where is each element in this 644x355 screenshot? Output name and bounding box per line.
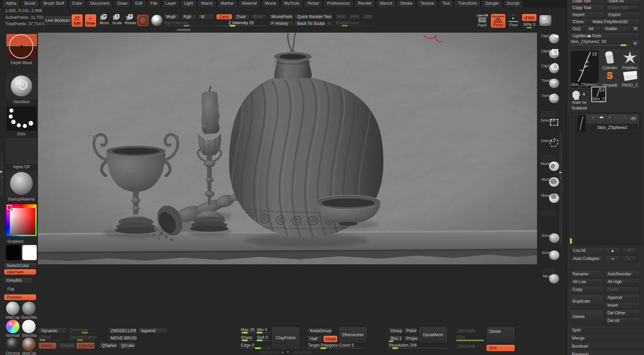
zcut-button[interactable]: Zcut: [251, 14, 267, 19]
shelf-item-clipcircle[interactable]: ClipCircl: [539, 64, 557, 68]
menu-item[interactable]: Render: [355, 1, 375, 7]
shelf-empty-slot[interactable]: [541, 268, 555, 274]
subtool-up-button[interactable]: ▲: [605, 247, 620, 254]
alpha-off-thumbnail[interactable]: [6, 138, 38, 165]
bpr-button[interactable]: BPR: [539, 15, 552, 26]
keepgroups-button[interactable]: KeepGroups: [307, 328, 332, 334]
list-all-button[interactable]: List All: [571, 247, 603, 254]
shelf-empty-slot[interactable]: [541, 155, 555, 161]
current-material-preview[interactable]: [151, 14, 163, 27]
menu-item[interactable]: Preferences: [324, 1, 353, 7]
menu-item[interactable]: Document: [87, 1, 112, 7]
menu-item[interactable]: Brush: [21, 1, 39, 7]
sharp-slider[interactable]: Sharp: [240, 336, 255, 342]
startup-material-thumbnail[interactable]: [6, 170, 38, 197]
movieprefs-button[interactable]: MoviePrefs: [269, 14, 293, 19]
subtool-branch-arrow-button[interactable]: ↳: [622, 255, 637, 262]
menu-item[interactable]: Draw: [114, 1, 130, 7]
menu-item[interactable]: Zscript: [504, 1, 523, 7]
quick-render-test-button[interactable]: Quick Render Test: [294, 14, 332, 19]
switch-color-button[interactable]: SwitchColor: [4, 263, 36, 268]
subtool-scrollbar[interactable]: [570, 113, 572, 244]
delete-button[interactable]: Delete: [570, 310, 603, 324]
uv-icon[interactable]: ◐: [609, 115, 611, 120]
divider-down-icon[interactable]: ▼: [286, 350, 289, 354]
menu-item[interactable]: Light: [181, 1, 196, 7]
auto-collapse-button[interactable]: Auto Collapse: [571, 255, 603, 262]
edge-slider[interactable]: Edge 0: [240, 343, 270, 349]
subtool-down-button[interactable]: ▼: [622, 247, 637, 254]
menu-item[interactable]: Stencil: [377, 1, 395, 7]
menu-item[interactable]: Alpha: [3, 1, 19, 7]
line-fill-button[interactable]: Line Fill PolyF: [475, 14, 489, 28]
smt-button[interactable]: Smt: [486, 345, 515, 351]
m-button[interactable]: M: [198, 14, 214, 19]
all-low-button[interactable]: All Low: [570, 278, 603, 285]
qgrid-slider[interactable]: QGrid: [39, 335, 64, 341]
tool-thumbnail-pm3d[interactable]: PM3D_C: [620, 70, 640, 88]
menu-item[interactable]: Zplugin: [482, 1, 502, 7]
preview-button[interactable]: Preview: [4, 294, 36, 300]
local-symmetry-button[interactable]: ↺xyz: [522, 14, 537, 21]
gradient-label[interactable]: Gradient: [7, 239, 28, 244]
divider-open-icon[interactable]: ▶: [0, 170, 3, 173]
tool-thumbnail-active[interactable]: 13 Skin_ZSphere2: [571, 51, 599, 88]
matcap-brown-thumbnail[interactable]: [22, 338, 36, 351]
paste-tool-button[interactable]: Paste Tool: [606, 5, 640, 10]
left-divider-handle[interactable]: [0, 153, 3, 196]
min-angle-slider[interactable]: Min 0: [256, 328, 270, 334]
coverage-slider[interactable]: Coverage: [69, 328, 94, 334]
shelf-item-trimlasso[interactable]: ✂ TrimLas: [539, 94, 557, 98]
basic-material-thumbnail[interactable]: [22, 302, 36, 315]
all-high-button[interactable]: All High: [605, 278, 640, 285]
tool-thumbnail-simplebrush[interactable]: S SimpleB: [600, 70, 620, 88]
shelf-item-masklasso[interactable]: MaskLas: [539, 162, 557, 166]
standard-brush-thumbnail[interactable]: [6, 73, 38, 99]
copy-subtool-button[interactable]: Copy: [570, 286, 603, 293]
radial-count-slider[interactable]: RadialCount: [335, 21, 373, 27]
half-button[interactable]: Half: [307, 336, 322, 342]
rgb-intensity-slider[interactable]: Rgb Intensity: [163, 21, 213, 27]
blur-slider-thumb[interactable]: [388, 340, 394, 342]
depth-mask-alpha-thumbnail[interactable]: [6, 33, 38, 60]
paste-subtool-button[interactable]: Paste: [605, 286, 640, 293]
adapt-button[interactable]: Adapt: [323, 336, 337, 342]
del-lower-button[interactable]: Del Lower: [455, 343, 476, 349]
zadd-button[interactable]: Zadd: [216, 14, 232, 19]
tool-thumbnail-malehead[interactable]: 4 male he: [570, 90, 591, 105]
max-angle-slider[interactable]: Max 25: [240, 328, 255, 334]
spix-slider-thumb[interactable]: [526, 27, 532, 29]
shelf-item-trimcurve[interactable]: ✂ TrimCur: [539, 79, 557, 83]
live-boolean-button[interactable]: Live Boolean: [44, 16, 72, 25]
qsphere-button[interactable]: QSphere: [99, 342, 117, 349]
subtool-item[interactable]: ➤ ●● ◐ ◑ ✎ Skin_ZSphere2: [576, 114, 639, 133]
menu-item[interactable]: Picker: [305, 1, 322, 7]
rgb-button[interactable]: Rgb: [181, 14, 197, 19]
subtool-redo-arrow-button[interactable]: ↪: [605, 255, 620, 262]
flatten-icon[interactable]: ➤: [591, 115, 594, 120]
zremesher-button[interactable]: ZRemesher: [339, 327, 367, 343]
insert-button[interactable]: Insert: [605, 302, 640, 308]
rename-button[interactable]: Rename: [570, 271, 603, 277]
tool-thumbnail-skin-selected[interactable]: 13 Skin_ZS: [591, 87, 606, 102]
chamfer-button[interactable]: Chamfer: [58, 342, 75, 349]
perspective-button[interactable]: Dynamic Persp: [491, 14, 505, 28]
matcap-gray-thumbnail[interactable]: [6, 302, 19, 315]
flat-button[interactable]: Flat: [7, 287, 14, 292]
dynamesh-button[interactable]: DynaMesh: [419, 327, 447, 343]
edit-button[interactable]: Edit: [71, 14, 83, 27]
draw-button[interactable]: Draw: [85, 14, 96, 27]
subtool-scrollbar-2[interactable]: [573, 113, 575, 244]
menu-item[interactable]: Stroke: [397, 1, 415, 7]
divider-close-icon[interactable]: ◀: [559, 176, 562, 179]
menu-item[interactable]: Macro: [198, 1, 216, 7]
bottom-divider-handle[interactable]: [292, 351, 312, 354]
symmetry-z-button[interactable]: >Z<: [362, 14, 374, 19]
append-brush-button[interactable]: Append: [138, 328, 167, 334]
bevel-button[interactable]: Bevel: [39, 342, 57, 349]
secondary-color-swatch[interactable]: [22, 245, 37, 260]
menu-item[interactable]: Material: [239, 1, 260, 7]
menu-item[interactable]: Tool: [439, 1, 453, 7]
move-brush-button[interactable]: MOVE BRUSH: [108, 335, 137, 341]
clone-button[interactable]: Clone: [570, 19, 589, 25]
